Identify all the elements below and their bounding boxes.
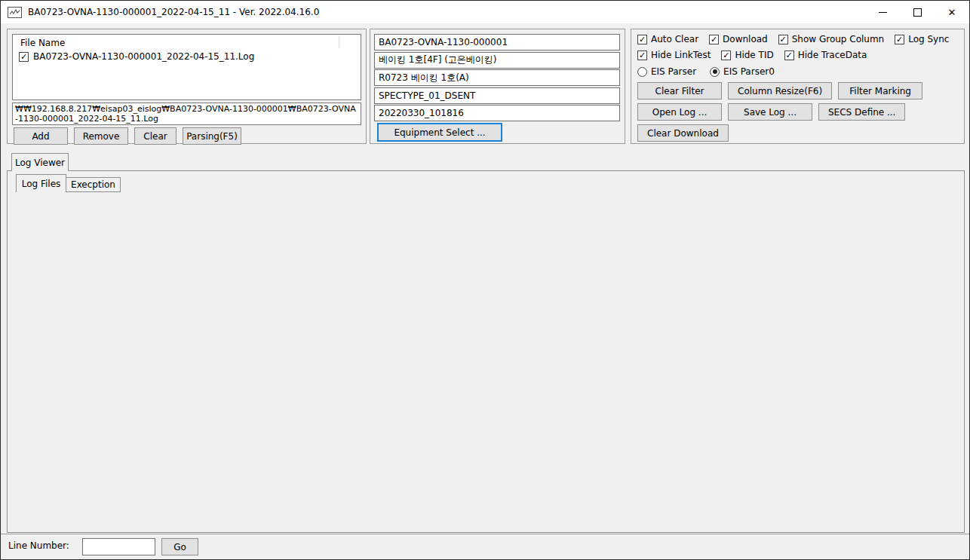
equipment-field-4[interactable] bbox=[374, 87, 620, 104]
file-panel: File Name ✓BA0723-OVNA-1130-000001_2022-… bbox=[7, 29, 367, 144]
option-label: Hide TID bbox=[735, 50, 773, 60]
file-buttons: AddRemoveClearParsing(F5) bbox=[14, 127, 241, 145]
save-log-button[interactable]: Save Log ... bbox=[728, 103, 812, 121]
tab-execption-label: Execption bbox=[71, 179, 115, 190]
tab-log-viewer[interactable]: Log Viewer bbox=[11, 153, 69, 171]
radio-eis-parser[interactable]: EIS Parser bbox=[637, 66, 696, 77]
option-label: Download bbox=[723, 34, 768, 44]
option-label: Hide TraceData bbox=[798, 50, 867, 60]
bottom-bar: Line Number: Go bbox=[1, 534, 969, 559]
options-buttons-row3: Clear Download bbox=[637, 124, 729, 142]
clear-filter-button[interactable]: Clear Filter bbox=[637, 82, 722, 99]
equipment-field-2[interactable] bbox=[374, 52, 620, 69]
options-buttons-row2: Open Log ...Save Log ...SECS Define ... bbox=[637, 103, 905, 121]
checkbox-icon: ✓ bbox=[637, 50, 647, 60]
window-title: BA0723-OVNA-1130-000001_2022-04-15_11 - … bbox=[28, 7, 319, 17]
line-number-input[interactable] bbox=[82, 538, 155, 555]
options-radio-row: EIS ParserEIS Parser0 bbox=[637, 66, 775, 77]
option-auto-clear[interactable]: ✓Auto Clear bbox=[637, 34, 698, 44]
options-checkbox-row2: ✓Hide LinkTest✓Hide TID✓Hide TraceData bbox=[637, 50, 867, 60]
file-list-column-divider bbox=[339, 36, 339, 48]
close-button[interactable]: ✕ bbox=[935, 1, 969, 23]
file-list[interactable]: File Name ✓BA0723-OVNA-1130-000001_2022-… bbox=[12, 34, 361, 100]
option-label: Show Group Column bbox=[792, 34, 885, 44]
remove-button[interactable]: Remove bbox=[74, 127, 128, 145]
checkbox-icon: ✓ bbox=[895, 35, 904, 44]
checkbox-icon: ✓ bbox=[637, 35, 647, 44]
file-list-header: File Name bbox=[13, 35, 361, 50]
maximize-button[interactable] bbox=[900, 1, 935, 23]
tab-log-files[interactable]: Log Files bbox=[16, 174, 66, 192]
log-viewer-page bbox=[7, 170, 965, 533]
column-resize-f6-button[interactable]: Column Resize(F6) bbox=[728, 82, 832, 99]
file-name: BA0723-OVNA-1130-000001_2022-04-15_11.Lo… bbox=[33, 51, 254, 62]
option-download[interactable]: ✓Download bbox=[709, 34, 768, 44]
close-icon: ✕ bbox=[948, 8, 956, 17]
equipment-field-3[interactable] bbox=[374, 69, 620, 86]
tab-log-files-label: Log Files bbox=[22, 179, 61, 189]
file-item[interactable]: ✓BA0723-OVNA-1130-000001_2022-04-15_11.L… bbox=[13, 50, 361, 63]
maximize-icon bbox=[913, 8, 922, 17]
go-button[interactable]: Go bbox=[161, 538, 198, 555]
app-icon bbox=[8, 7, 22, 18]
file-checkbox[interactable]: ✓ bbox=[19, 52, 29, 62]
option-show-group-column[interactable]: ✓Show Group Column bbox=[778, 34, 885, 44]
parsing-f5-button[interactable]: Parsing(F5) bbox=[183, 127, 241, 145]
option-label: Auto Clear bbox=[651, 34, 698, 44]
options-buttons-row1: Clear FilterColumn Resize(F6)Filter Mark… bbox=[637, 82, 922, 99]
radio-label: EIS Parser bbox=[651, 66, 696, 77]
radio-icon bbox=[637, 67, 647, 77]
equipment-field-5[interactable] bbox=[374, 105, 620, 121]
minimize-button[interactable] bbox=[865, 1, 900, 23]
equipment-field-1[interactable] bbox=[374, 34, 620, 50]
option-hide-tracedata[interactable]: ✓Hide TraceData bbox=[784, 50, 867, 60]
option-hide-tid[interactable]: ✓Hide TID bbox=[721, 50, 773, 60]
checkbox-icon: ✓ bbox=[721, 50, 731, 60]
checkbox-icon: ✓ bbox=[709, 35, 719, 44]
file-list-items: ✓BA0723-OVNA-1130-000001_2022-04-15_11.L… bbox=[13, 50, 361, 63]
title-bar: BA0723-OVNA-1130-000001_2022-04-15_11 - … bbox=[1, 1, 969, 23]
file-path: ₩₩192.168.8.217₩eisap03_eislog₩BA0723-OV… bbox=[12, 103, 361, 125]
app-window: BA0723-OVNA-1130-000001_2022-04-15_11 - … bbox=[0, 0, 970, 560]
clear-download-button[interactable]: Clear Download bbox=[637, 124, 729, 142]
clear-button[interactable]: Clear bbox=[134, 127, 177, 145]
checkbox-icon: ✓ bbox=[784, 50, 794, 60]
options-panel: ✓Auto Clear✓Download✓Show Group Column✓L… bbox=[631, 29, 965, 144]
radio-eis-parser0[interactable]: EIS Parser0 bbox=[710, 66, 775, 77]
options-checkbox-row1: ✓Auto Clear✓Download✓Show Group Column✓L… bbox=[637, 34, 949, 44]
option-label: Log Sync bbox=[908, 34, 949, 44]
filter-marking-button[interactable]: Filter Marking bbox=[838, 82, 922, 99]
minimize-icon bbox=[879, 12, 887, 13]
radio-label: EIS Parser0 bbox=[723, 66, 775, 77]
option-hide-linktest[interactable]: ✓Hide LinkTest bbox=[637, 50, 711, 60]
equipment-panel: Equipment Select ... bbox=[370, 29, 625, 144]
secs-define-button[interactable]: SECS Define ... bbox=[818, 103, 905, 121]
tab-execption[interactable]: Execption bbox=[66, 177, 121, 192]
open-log-button[interactable]: Open Log ... bbox=[637, 103, 722, 121]
line-number-label: Line Number: bbox=[8, 540, 69, 551]
option-label: Hide LinkTest bbox=[651, 50, 711, 60]
radio-icon bbox=[710, 67, 720, 77]
equipment-select-button[interactable]: Equipment Select ... bbox=[377, 123, 502, 142]
add-button[interactable]: Add bbox=[14, 127, 68, 145]
checkbox-icon: ✓ bbox=[778, 35, 788, 44]
option-log-sync[interactable]: ✓Log Sync bbox=[895, 34, 949, 44]
